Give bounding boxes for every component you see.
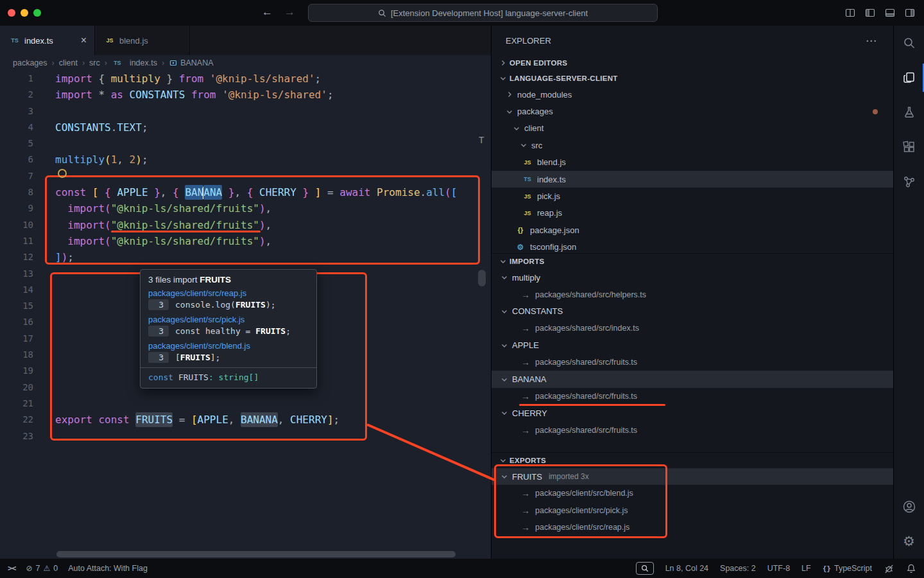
zoom-window-button[interactable] (33, 9, 41, 17)
tooltip-file-link[interactable]: packages/client/src/pick.js (148, 315, 309, 324)
code-line[interactable]: 6multiply(1, 2); (0, 152, 491, 168)
code-line[interactable]: 21 (0, 396, 491, 412)
testing-beaker-icon[interactable] (894, 95, 924, 130)
code-line[interactable]: 12]); (0, 249, 491, 265)
toggle-primary-sidebar-icon[interactable] (865, 8, 875, 18)
code-line[interactable]: 10 import("@knip-ls/shared/fruits"), (0, 217, 491, 233)
tree-item-tsconfig-json[interactable]: ⚙tsconfig.json (492, 239, 893, 253)
tree-item-client[interactable]: client (492, 120, 893, 137)
code-line[interactable]: 7 (0, 168, 491, 184)
tree-item-banana[interactable]: BANANA (492, 371, 893, 387)
tree-item-reap-js[interactable]: JSreap.js (492, 205, 893, 222)
back-button[interactable]: ← (262, 6, 273, 19)
line-number: 14 (0, 282, 33, 298)
tree-ref-packages-shared-src-fruits-ts[interactable]: →packages/shared/src/fruits.ts (492, 388, 893, 405)
code-line[interactable]: 8const [ { APPLE }, { BANANA }, { CHERRY… (0, 184, 491, 200)
tree-ref-packages-shared-src-helpers-ts[interactable]: →packages/shared/src/helpers.ts (492, 286, 893, 302)
tree-item-fruits[interactable]: FRUITSimported 3x (492, 468, 893, 485)
tree-item-src[interactable]: src (492, 137, 893, 153)
customize-layout-icon[interactable] (845, 8, 855, 18)
tree-ref-packages-client-src-pick-js[interactable]: →packages/client/src/pick.js (492, 502, 893, 519)
code-line[interactable]: 22export const FRUITS = [APPLE, BANANA, … (0, 412, 491, 428)
tree-ref-packages-shared-src-index-ts[interactable]: →packages/shared/src/index.ts (492, 320, 893, 337)
settings-gear-icon[interactable]: ⚙ (894, 524, 924, 559)
line-number: 18 (0, 347, 33, 363)
zoom-status-icon[interactable] (636, 562, 654, 575)
language-status[interactable]: {} TypeScript (823, 564, 872, 573)
section-header-open-editors[interactable]: OPEN EDITORS (492, 55, 893, 71)
remote-indicator[interactable]: >< (8, 564, 15, 573)
breadcrumb-item-client[interactable]: client (59, 58, 78, 67)
search-activity-icon[interactable] (894, 26, 924, 60)
forward-button[interactable]: → (284, 6, 295, 19)
breadcrumb-item-index-ts[interactable]: TSindex.ts (112, 58, 157, 68)
code-line[interactable]: 1import { multiply } from '@knip-ls/shar… (0, 71, 491, 87)
tooltip-file-link[interactable]: packages/client/src/reap.js (148, 288, 309, 298)
tree-item-package-json[interactable]: {}package.json (492, 222, 893, 238)
notifications-icon[interactable] (906, 563, 916, 574)
section-header-language-server-client[interactable]: LANGUAGE-SERVER-CLIENT (492, 71, 893, 86)
code-line[interactable]: 11 import("@knip-ls/shared/fruits"), (0, 233, 491, 249)
cursor-position-status[interactable]: Ln 8, Col 24 (665, 564, 708, 573)
tooltip-file-link[interactable]: packages/client/src/blend.js (148, 341, 309, 351)
tsconfig-file-icon: ⚙ (515, 242, 526, 252)
warnings-icon: ⚠ (43, 564, 50, 573)
more-actions-icon[interactable]: ⋯ (866, 34, 877, 48)
tree-item-multiply[interactable]: multiply (492, 269, 893, 286)
code-line[interactable]: 5 (0, 136, 491, 152)
tree-ref-packages-client-src-blend-js[interactable]: →packages/client/src/blend.js (492, 485, 893, 502)
tree-item-constants[interactable]: CONSTANTS (492, 303, 893, 320)
code-line[interactable]: 23 (0, 428, 491, 444)
breadcrumb-item-packages[interactable]: packages (13, 58, 47, 67)
breadcrumb-item-banana[interactable]: BANANA (169, 58, 213, 67)
tree-ref-packages-client-src-reap-js[interactable]: →packages/client/src/reap.js (492, 519, 893, 536)
code-line[interactable]: 4CONSTANTS.TEXT; (0, 119, 491, 136)
code-line[interactable]: 2import * as CONSTANTS from '@knip-ls/sh… (0, 87, 491, 103)
extensions-activity-icon[interactable] (894, 130, 924, 164)
tree-item-node-modules[interactable]: node_modules (492, 86, 893, 103)
close-tab-icon[interactable]: × (71, 35, 87, 46)
eol-status[interactable]: LF (801, 564, 811, 573)
toggle-panel-icon[interactable] (885, 8, 895, 18)
auto-attach-status[interactable]: Auto Attach: With Flag (68, 564, 148, 573)
tree-item-cherry[interactable]: CHERRY (492, 405, 893, 421)
tree-ref-packages-shared-src-fruits-ts[interactable]: →packages/shared/src/fruits.ts (492, 354, 893, 371)
line-number: 19 (0, 363, 33, 379)
line-count-badge: 3 (148, 299, 169, 310)
debug-disabled-icon[interactable] (884, 563, 894, 574)
references-graph-icon[interactable] (894, 164, 924, 199)
chevron-down-icon (498, 256, 508, 267)
toggle-secondary-sidebar-icon[interactable] (905, 8, 915, 18)
command-center[interactable]: [Extension Development Host] language-se… (308, 4, 658, 22)
section-header-imports[interactable]: IMPORTS (492, 253, 893, 269)
chevron-down-icon (518, 140, 529, 150)
editor-horizontal-scrollbar[interactable] (56, 551, 456, 557)
arrow-right-icon: → (521, 357, 530, 367)
hover-tooltip: 3 files import FRUITSpackages/client/src… (140, 269, 317, 389)
code-text: import("@knip-ls/shared/fruits"), (55, 217, 271, 233)
indentation-status[interactable]: Spaces: 2 (720, 564, 756, 573)
explorer-activity-icon[interactable] (894, 60, 924, 95)
tree-item-blend-js[interactable]: JSblend.js (492, 154, 893, 171)
problems-status[interactable]: ⊘ 7 ⚠ 0 (26, 564, 58, 573)
encoding-status[interactable]: UTF-8 (767, 564, 790, 573)
close-window-button[interactable] (8, 9, 15, 17)
code-line[interactable]: 3 (0, 103, 491, 119)
line-number: 16 (0, 314, 33, 330)
section-header-exports[interactable]: EXPORTS (492, 452, 893, 468)
chevron-down-icon (498, 73, 508, 83)
tab-blend.js[interactable]: JSblend.js (95, 26, 190, 55)
tree-item-packages[interactable]: packages (492, 103, 893, 119)
editor-vertical-scrollbar[interactable] (478, 270, 486, 286)
sidebar-title: EXPLORER (506, 36, 551, 46)
tree-item-pick-js[interactable]: JSpick.js (492, 188, 893, 204)
breadcrumb-item-src[interactable]: src (89, 58, 100, 67)
minimize-window-button[interactable] (21, 9, 28, 17)
tree-item-index-ts[interactable]: TSindex.ts (492, 171, 893, 188)
code-line[interactable]: 9 import("@knip-ls/shared/fruits"), (0, 200, 491, 216)
accounts-icon[interactable] (894, 489, 924, 524)
activity-bar: ⚙ (893, 26, 924, 559)
tree-ref-packages-shared-src-fruits-ts[interactable]: →packages/shared/src/fruits.ts (492, 422, 893, 439)
tree-item-apple[interactable]: APPLE (492, 337, 893, 354)
tab-index.ts[interactable]: TSindex.ts× (0, 26, 95, 55)
